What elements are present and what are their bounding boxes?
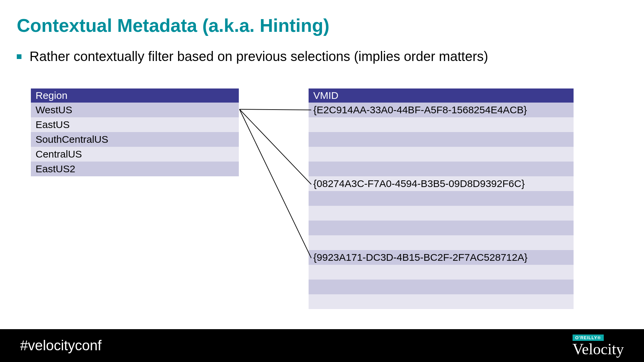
table-row [309,147,574,162]
region-header: Region [31,88,239,103]
vmid-cell [309,147,574,162]
table-row [309,191,574,206]
vmid-cell [309,117,574,132]
brand-publisher: O'REILLY® [573,335,604,341]
brand-block: O'REILLY® Velocity [573,335,624,357]
vmid-cell [309,265,574,280]
table-row: {08274A3C-F7A0-4594-B3B5-09D8D9392F6C} [309,176,574,191]
bullet-item: Rather contextually filter based on prev… [17,49,488,64]
table-row [309,162,574,176]
slide: Contextual Metadata (a.k.a. Hinting) Rat… [0,0,644,362]
footer-bar: #velocityconf O'REILLY® Velocity [0,329,644,362]
vmid-cell [309,235,574,250]
region-table: Region WestUS EastUS SouthCentralUS Cent… [31,88,239,176]
brand-name: Velocity [573,342,624,357]
table-row [309,294,574,309]
table-row: {9923A171-DC3D-4B15-BC2F-2F7AC528712A} [309,250,574,265]
svg-line-0 [239,109,311,110]
svg-line-2 [239,109,311,258]
vmid-cell: {08274A3C-F7A0-4594-B3B5-09D8D9392F6C} [309,176,574,191]
vmid-cell [309,280,574,294]
region-cell: EastUS2 [31,162,239,176]
table-row [309,235,574,250]
vmid-cell [309,191,574,206]
region-cell: EastUS [31,117,239,132]
region-cell: CentralUS [31,147,239,162]
vmid-cell: {E2C914AA-33A0-44BF-A5F8-1568254E4ACB} [309,103,574,117]
vmid-header: VMID [309,88,574,103]
svg-line-1 [239,109,311,184]
table-row: EastUS2 [31,162,239,176]
table-row: WestUS [31,103,239,117]
region-cell: SouthCentralUS [31,132,239,147]
vmid-cell [309,294,574,309]
bullet-text: Rather contextually filter based on prev… [30,49,488,64]
vmid-cell [309,221,574,235]
table-row: {E2C914AA-33A0-44BF-A5F8-1568254E4ACB} [309,103,574,117]
vmid-cell [309,132,574,147]
vmid-cell [309,162,574,176]
table-row [309,206,574,221]
table-row [309,265,574,280]
table-row: CentralUS [31,147,239,162]
vmid-cell: {9923A171-DC3D-4B15-BC2F-2F7AC528712A} [309,250,574,265]
bullet-square-icon [17,54,21,59]
table-row [309,280,574,294]
region-cell: WestUS [31,103,239,117]
table-row: EastUS [31,117,239,132]
table-row [309,221,574,235]
vmid-table: VMID {E2C914AA-33A0-44BF-A5F8-1568254E4A… [309,88,574,309]
table-row [309,117,574,132]
table-row [309,132,574,147]
hashtag-text: #velocityconf [20,338,102,354]
slide-title: Contextual Metadata (a.k.a. Hinting) [17,15,329,36]
table-row: SouthCentralUS [31,132,239,147]
vmid-cell [309,206,574,221]
